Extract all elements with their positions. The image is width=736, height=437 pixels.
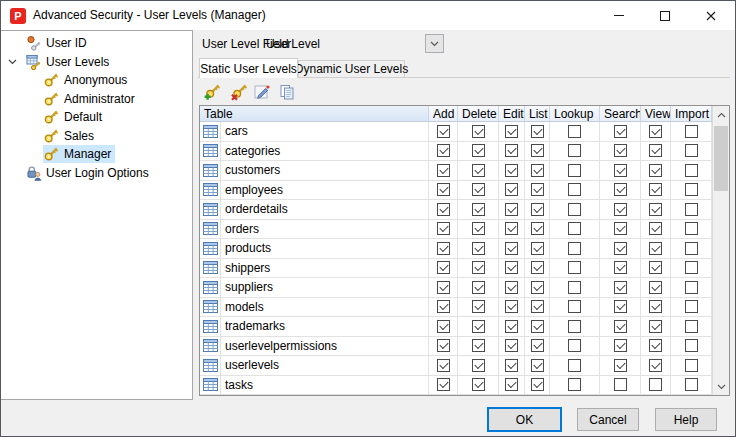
user-level-field-value[interactable]: UserLevel [266, 37, 320, 51]
checkbox-edit[interactable] [505, 300, 518, 313]
checkbox-list[interactable] [531, 222, 544, 235]
checkbox-list[interactable] [531, 183, 544, 196]
checkbox-import[interactable] [685, 339, 698, 352]
checkbox-import[interactable] [685, 144, 698, 157]
checkbox-lookup[interactable] [568, 339, 581, 352]
checkbox-search[interactable] [614, 203, 627, 216]
checkbox-list[interactable] [531, 242, 544, 255]
checkbox-add[interactable] [437, 378, 450, 391]
table-name-cell[interactable]: customers [221, 161, 429, 180]
sidebar-item-manager[interactable]: Manager [1, 145, 192, 164]
checkbox-delete[interactable] [472, 281, 485, 294]
checkbox-add[interactable] [437, 203, 450, 216]
table-row[interactable]: userlevelpermissions [200, 337, 712, 357]
checkbox-delete[interactable] [472, 320, 485, 333]
row-header-cell[interactable] [200, 337, 221, 356]
row-header-cell[interactable] [200, 298, 221, 317]
tab-static-user-levels[interactable]: Static User Levels [199, 58, 298, 78]
checkbox-search[interactable] [614, 300, 627, 313]
table-name-cell[interactable]: orders [221, 220, 429, 239]
table-row[interactable]: suppliers [200, 278, 712, 298]
column-header-table[interactable]: Table [200, 106, 429, 121]
checkbox-edit[interactable] [505, 261, 518, 274]
row-header-cell[interactable] [200, 200, 221, 219]
cancel-button[interactable]: Cancel [577, 408, 639, 431]
checkbox-add[interactable] [437, 359, 450, 372]
checkbox-edit[interactable] [505, 144, 518, 157]
checkbox-view[interactable] [649, 300, 662, 313]
checkbox-edit[interactable] [505, 359, 518, 372]
checkbox-view[interactable] [649, 281, 662, 294]
sidebar-item-user-id[interactable]: User ID [1, 34, 192, 53]
checkbox-lookup[interactable] [568, 203, 581, 216]
row-header-cell[interactable] [200, 278, 221, 297]
row-header-cell[interactable] [200, 317, 221, 336]
checkbox-add[interactable] [437, 242, 450, 255]
row-header-cell[interactable] [200, 161, 221, 180]
user-level-field-dropdown-button[interactable] [425, 34, 444, 53]
ok-button[interactable]: OK [487, 407, 562, 432]
checkbox-delete[interactable] [472, 242, 485, 255]
checkbox-list[interactable] [531, 164, 544, 177]
checkbox-view[interactable] [649, 144, 662, 157]
checkbox-edit[interactable] [505, 378, 518, 391]
checkbox-list[interactable] [531, 125, 544, 138]
table-row[interactable]: customers [200, 161, 712, 181]
checkbox-view[interactable] [649, 378, 662, 391]
column-header-add[interactable]: Add [429, 106, 458, 121]
column-header-lookup[interactable]: Lookup [550, 106, 600, 121]
table-row[interactable]: tasks [200, 376, 712, 396]
checkbox-import[interactable] [685, 242, 698, 255]
table-row[interactable]: orders [200, 220, 712, 240]
delete-user-level-button[interactable] [228, 81, 250, 103]
table-name-cell[interactable]: userlevelpermissions [221, 337, 429, 356]
column-header-edit[interactable]: Edit [499, 106, 525, 121]
checkbox-lookup[interactable] [568, 300, 581, 313]
checkbox-add[interactable] [437, 261, 450, 274]
checkbox-delete[interactable] [472, 378, 485, 391]
checkbox-view[interactable] [649, 183, 662, 196]
row-header-cell[interactable] [200, 376, 221, 395]
titlebar[interactable]: P Advanced Security - User Levels (Manag… [1, 1, 735, 30]
table-row[interactable]: models [200, 298, 712, 318]
checkbox-delete[interactable] [472, 300, 485, 313]
checkbox-lookup[interactable] [568, 222, 581, 235]
vertical-scrollbar[interactable] [712, 106, 729, 395]
checkbox-lookup[interactable] [568, 378, 581, 391]
checkbox-edit[interactable] [505, 125, 518, 138]
row-header-cell[interactable] [200, 220, 221, 239]
checkbox-edit[interactable] [505, 281, 518, 294]
sidebar-item-administrator[interactable]: Administrator [1, 90, 192, 109]
scroll-up-button[interactable] [713, 106, 729, 123]
table-row[interactable]: shippers [200, 259, 712, 279]
checkbox-search[interactable] [614, 339, 627, 352]
checkbox-lookup[interactable] [568, 164, 581, 177]
checkbox-add[interactable] [437, 183, 450, 196]
checkbox-delete[interactable] [472, 203, 485, 216]
checkbox-import[interactable] [685, 203, 698, 216]
column-header-view[interactable]: View [641, 106, 671, 121]
checkbox-import[interactable] [685, 320, 698, 333]
checkbox-search[interactable] [614, 183, 627, 196]
row-header-cell[interactable] [200, 259, 221, 278]
checkbox-view[interactable] [649, 203, 662, 216]
table-row[interactable]: orderdetails [200, 200, 712, 220]
checkbox-import[interactable] [685, 359, 698, 372]
table-name-cell[interactable]: shippers [221, 259, 429, 278]
checkbox-view[interactable] [649, 164, 662, 177]
checkbox-edit[interactable] [505, 320, 518, 333]
checkbox-delete[interactable] [472, 261, 485, 274]
row-header-cell[interactable] [200, 356, 221, 375]
checkbox-add[interactable] [437, 125, 450, 138]
checkbox-list[interactable] [531, 261, 544, 274]
checkbox-lookup[interactable] [568, 144, 581, 157]
table-name-cell[interactable]: orderdetails [221, 200, 429, 219]
help-button[interactable]: Help [655, 408, 717, 431]
checkbox-search[interactable] [614, 261, 627, 274]
checkbox-list[interactable] [531, 339, 544, 352]
edit-user-level-button[interactable] [251, 81, 273, 103]
checkbox-import[interactable] [685, 281, 698, 294]
checkbox-add[interactable] [437, 222, 450, 235]
table-name-cell[interactable]: suppliers [221, 278, 429, 297]
checkbox-import[interactable] [685, 183, 698, 196]
